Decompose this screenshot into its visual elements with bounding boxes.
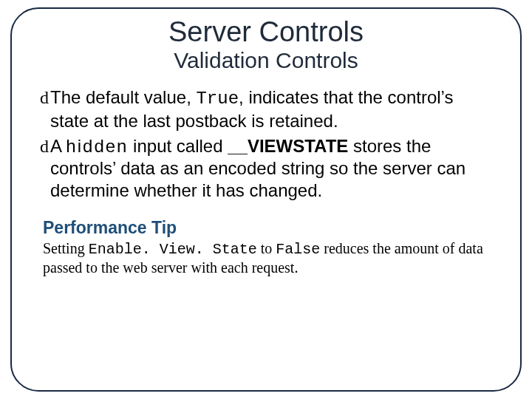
bold-run: __VIEWSTATE [228,136,348,156]
code-run: Enable. View. State [89,241,257,258]
spaced-run: hidden [66,136,128,156]
text-run: Setting [43,240,89,256]
bullet-item: d A hidden input called __VIEWSTATE stor… [40,135,492,202]
slide-body: d The default value, True, indicates tha… [19,86,513,277]
slide-subtitle: Validation Controls [19,48,513,73]
tip-header: Performance Tip [43,218,492,238]
bullet-item: d The default value, True, indicates tha… [40,86,492,132]
tip-body: Setting Enable. View. State to False red… [40,239,492,277]
text-run: The default value, [50,87,196,107]
code-run: True [196,89,239,109]
text-run: A [50,136,66,156]
bullet-text: A hidden input called __VIEWSTATE stores… [50,135,492,202]
bullet-text: The default value, True, indicates that … [50,86,492,132]
text-run: input called [128,136,228,156]
text-run: to [257,240,276,256]
bullet-marker-icon: d [40,135,49,157]
bullet-marker-icon: d [40,86,49,109]
slide: Server Controls Validation Controls d Th… [0,0,532,399]
code-run: False [276,241,320,258]
slide-title: Server Controls [19,16,513,48]
